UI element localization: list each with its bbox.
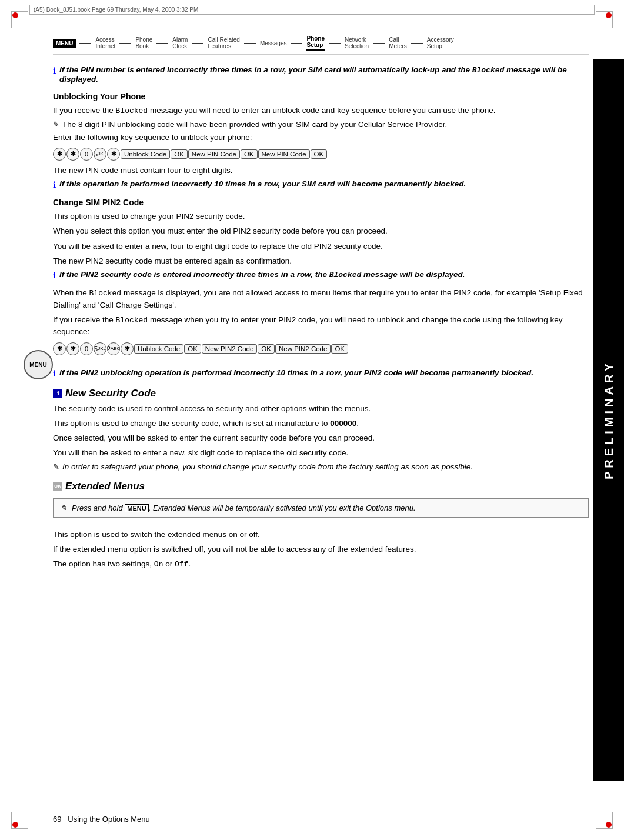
hr-divider	[53, 524, 589, 524]
preliminary-banner: PRELIMINARY	[593, 59, 624, 781]
key-unblock-code-1: Unblock Code	[121, 149, 170, 159]
nav-sep-9	[411, 43, 423, 44]
corner-dot-bl	[12, 822, 18, 828]
key-sequence-2: ✱ ✱ 0 5JKL 2ABC ✱ Unblock Code OK New PI…	[53, 342, 589, 355]
when-blocked-para2: If you receive the Blocked message when …	[53, 314, 589, 338]
change-pin2-header: Change SIM PIN2 Code	[53, 198, 589, 207]
nav-item-phonesetup[interactable]: PhoneSetup	[306, 35, 325, 51]
nav-item-messages[interactable]: Messages	[260, 40, 287, 46]
nav-sep-7	[329, 43, 341, 44]
key-new-pin-code-1: New PIN Code	[188, 149, 240, 159]
nav-sep-5	[244, 43, 256, 44]
nav-bar: MENU AccessInternet PhoneBook AlarmClock…	[53, 35, 589, 55]
book-info-bar: (A5) Book_8J51.book Page 69 Thursday, Ma…	[29, 5, 595, 15]
new-security-section-header: ℹ New Security Code	[53, 388, 589, 399]
extended-menus-title: Extended Menus	[65, 481, 145, 492]
note-icon-1: ✎	[53, 120, 59, 129]
key-0-1: 0	[80, 148, 93, 161]
nav-item-accessory[interactable]: AccessorySetup	[427, 36, 454, 49]
main-content: MENU AccessInternet PhoneBook AlarmClock…	[53, 35, 589, 811]
key2-new-pin2-1: New PIN2 Code	[202, 344, 257, 354]
unblocking-note1-text: The 8 digit PIN unblocking code will hav…	[62, 120, 447, 129]
new-security-para2: This option is used to change the securi…	[53, 418, 589, 429]
key-ok-2: OK	[241, 149, 258, 159]
extended-menus-icon-box: OK	[53, 482, 62, 491]
new-security-title: New Security Code	[65, 388, 156, 399]
extended-menus-para2: If the extended menu option is switched …	[53, 544, 589, 555]
nav-menu-label: MENU	[53, 39, 76, 48]
warning-pin2-blocked: ℹ If the PIN2 security code is entered i…	[53, 270, 589, 280]
warning-icon-1: ℹ	[53, 66, 56, 75]
warning-icon-2: ℹ	[53, 180, 56, 189]
key-ok-3: OK	[311, 149, 328, 159]
key-star-1: ✱	[53, 148, 66, 161]
tip-text: Press and hold MENU. Extended Menus will…	[72, 504, 416, 512]
change-pin2-para2: When you select this option you must ent…	[53, 225, 589, 237]
key2-ok-1: OK	[184, 344, 201, 354]
key2-0: 0	[80, 342, 93, 355]
nav-item-callrelated[interactable]: Call RelatedFeatures	[208, 36, 239, 49]
page-number: 69	[53, 815, 61, 824]
extended-menus-para3: The option has two settings, On or Off.	[53, 558, 589, 571]
nav-item-callmeters[interactable]: CallMeters	[389, 36, 407, 49]
unblocking-para1: If you receive the Blocked message you w…	[53, 105, 589, 117]
key2-new-pin2-2: New PIN2 Code	[275, 344, 331, 354]
nav-sep-2	[119, 43, 131, 44]
enter-seq-text: Enter the following key sequence to unbl…	[53, 132, 589, 144]
extended-menus-header: OK Extended Menus	[53, 481, 589, 492]
warning-icon-4: ℹ	[53, 369, 56, 378]
nav-sep-4	[192, 43, 203, 44]
warning-pin2-blocked-text: If the PIN2 security code is entered inc…	[59, 270, 465, 279]
corner-dot-tr	[606, 12, 612, 18]
extended-menus-icon: OK	[54, 484, 61, 489]
nav-sep-6	[291, 43, 302, 44]
key-star-3: ✱	[107, 148, 120, 161]
new-security-para3: Once selected, you will be asked to ente…	[53, 432, 589, 444]
change-pin2-para1: This option is used to change your PIN2 …	[53, 211, 589, 222]
nav-item-clock[interactable]: AlarmClock	[172, 36, 188, 49]
menu-circle-button[interactable]: MENU	[24, 350, 53, 379]
change-pin2-para4: The new PIN2 security code must be enter…	[53, 255, 589, 267]
new-security-para1: The security code is used to control acc…	[53, 403, 589, 415]
note-icon-2: ✎	[53, 462, 59, 471]
warning-pin2-permanent: ℹ If the PIN2 unblocking operation is pe…	[53, 368, 589, 378]
key2-star-2: ✱	[66, 342, 79, 355]
key-sequence-1: ✱ ✱ 0 5JKL ✱ Unblock Code OK New PIN Cod…	[53, 148, 589, 161]
menu-circle-label: MENU	[29, 362, 46, 368]
corner-dot-br	[606, 822, 612, 828]
new-security-icon: ℹ	[57, 391, 59, 396]
key-new-pin-code-2: New PIN Code	[258, 149, 310, 159]
key-star-2: ✱	[66, 148, 79, 161]
nav-sep-3	[156, 43, 168, 44]
nav-item-networksel[interactable]: NetworkSelection	[345, 36, 369, 49]
preliminary-text: PRELIMINARY	[602, 360, 616, 479]
key-ok-1: OK	[171, 149, 188, 159]
nav-item-phonebook[interactable]: PhoneBook	[135, 36, 152, 49]
unblocking-section-header: Unblocking Your Phone	[53, 92, 589, 101]
extended-menus-para1: This option is used to switch the extend…	[53, 529, 589, 541]
key2-ok-2: OK	[258, 344, 275, 354]
new-security-note-text: In order to safeguard your phone, you sh…	[62, 462, 473, 471]
warning-pin-lockup: ℹ If the PIN number is entered incorrect…	[53, 65, 589, 84]
book-info-text: (A5) Book_8J51.book Page 69 Thursday, Ma…	[34, 6, 198, 13]
nav-sep-8	[373, 43, 385, 44]
change-pin2-para3: You will be asked to enter a new, four t…	[53, 241, 589, 252]
warning-10-times: ℹ If this operation is performed incorre…	[53, 179, 589, 189]
new-security-note: ✎ In order to safeguard your phone, you …	[53, 462, 589, 471]
key2-star-1: ✱	[53, 342, 66, 355]
corner-dot-tl	[12, 12, 18, 18]
nav-item-internet[interactable]: AccessInternet	[95, 36, 115, 49]
unblocking-note1: ✎ The 8 digit PIN unblocking code will h…	[53, 120, 589, 129]
key2-5: 5JKL	[94, 342, 106, 355]
key2-2abc: 2ABC	[107, 342, 120, 355]
key2-ok-3: OK	[331, 344, 348, 354]
key2-star-3: ✱	[121, 342, 134, 355]
warning-pin-lockup-text: If the PIN number is entered incorrectly…	[59, 65, 589, 84]
pin-digits-note: The new PIN code must contain four to ei…	[53, 165, 589, 176]
when-blocked-para1: When the Blocked message is displayed, y…	[53, 287, 589, 311]
nav-sep-1	[79, 43, 91, 44]
warning-10-times-text: If this operation is performed incorrect…	[59, 179, 466, 188]
new-security-icon-box: ℹ	[53, 389, 62, 398]
warning-pin2-permanent-text: If the PIN2 unblocking operation is perf…	[59, 368, 533, 377]
warning-icon-3: ℹ	[53, 271, 56, 280]
